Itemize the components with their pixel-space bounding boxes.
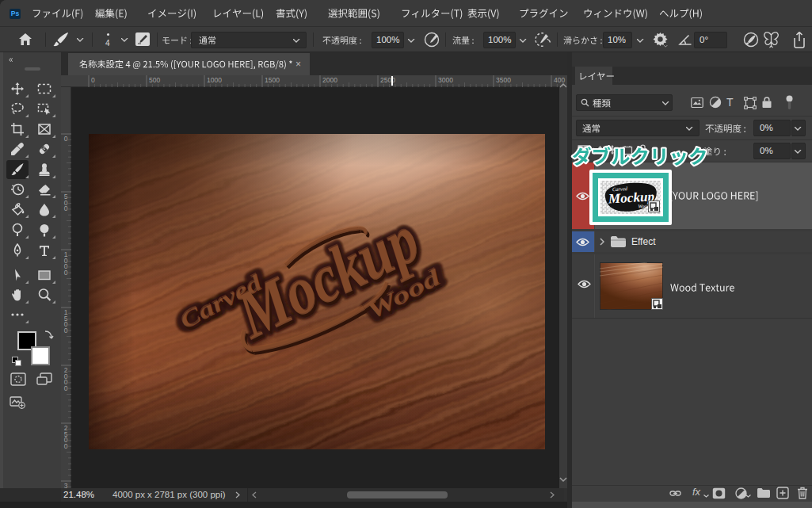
svg-text:Carved: Carved [612,185,628,192]
